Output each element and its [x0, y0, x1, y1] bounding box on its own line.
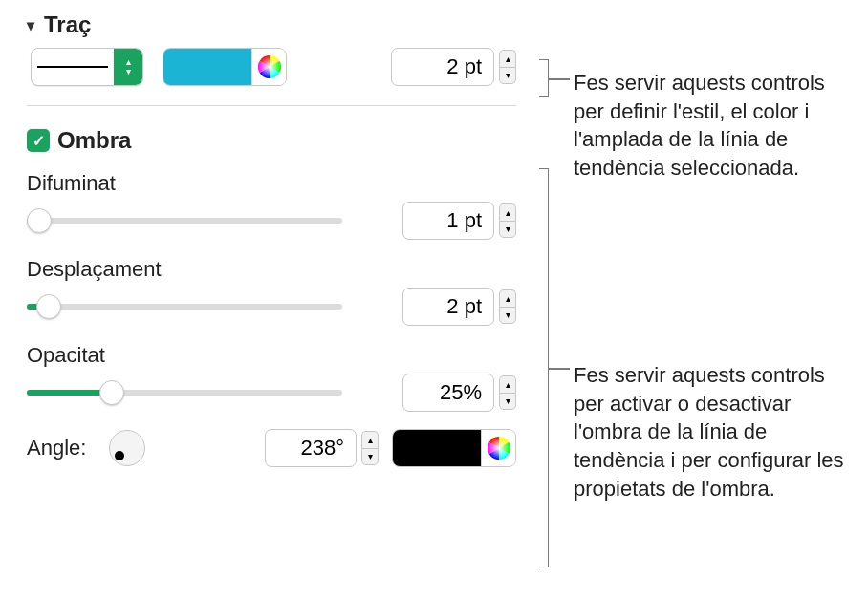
- blur-slider[interactable]: [27, 209, 342, 232]
- callout-connector: [549, 78, 570, 80]
- opacity-stepper: ▴ ▾: [402, 374, 516, 412]
- shadow-color-swatch[interactable]: [393, 430, 481, 466]
- stroke-title: Traç: [44, 11, 91, 38]
- stepper-up-button[interactable]: ▴: [499, 203, 516, 221]
- stroke-width-field[interactable]: [391, 48, 494, 86]
- format-inspector-panel: ▾ Traç ▴▾: [0, 0, 535, 486]
- stepper-up-button[interactable]: ▴: [499, 50, 516, 67]
- callout-bracket: [539, 59, 549, 97]
- stepper-up-button[interactable]: ▴: [499, 375, 516, 393]
- stepper-down-button[interactable]: ▾: [499, 67, 516, 84]
- stroke-section-header[interactable]: ▾ Traç: [27, 11, 516, 38]
- svg-point-1: [488, 437, 510, 460]
- angle-dial[interactable]: [109, 430, 145, 466]
- color-wheel-icon: [488, 437, 510, 460]
- color-wheel-icon: [258, 55, 281, 78]
- stepper-down-button[interactable]: ▾: [499, 393, 516, 410]
- shadow-checkbox[interactable]: ✓: [27, 129, 50, 152]
- stepper-down-button[interactable]: ▾: [499, 221, 516, 238]
- offset-label: Desplaçament: [27, 257, 516, 282]
- stepper-down-button[interactable]: ▾: [499, 307, 516, 324]
- opacity-row: ▴ ▾: [27, 374, 516, 412]
- blur-label: Difuminat: [27, 171, 516, 196]
- blur-field[interactable]: [402, 202, 494, 240]
- svg-point-0: [258, 55, 281, 78]
- stroke-width-stepper: ▴ ▾: [391, 48, 516, 86]
- stroke-color-well[interactable]: [163, 48, 287, 86]
- opacity-slider[interactable]: [27, 381, 342, 404]
- stepper-up-button[interactable]: ▴: [499, 289, 516, 307]
- divider: [27, 105, 516, 106]
- stroke-controls-row: ▴▾: [27, 48, 516, 86]
- color-picker-button[interactable]: [251, 49, 286, 85]
- shadow-callout-text: Fes servir aquests controls per activar …: [574, 361, 851, 503]
- shadow-checkbox-label: Ombra: [57, 127, 131, 154]
- shadow-checkbox-row[interactable]: ✓ Ombra: [27, 127, 516, 154]
- offset-stepper: ▴ ▾: [402, 288, 516, 326]
- color-picker-button[interactable]: [481, 430, 515, 466]
- angle-label: Angle:: [27, 436, 96, 460]
- dropdown-toggle-icon[interactable]: ▴▾: [114, 49, 142, 85]
- line-style-preview: [32, 49, 114, 85]
- callout-connector: [549, 368, 570, 370]
- offset-field[interactable]: [402, 288, 494, 326]
- offset-row: ▴ ▾: [27, 288, 516, 326]
- stepper-up-button[interactable]: ▴: [361, 431, 379, 448]
- angle-field[interactable]: [265, 429, 357, 467]
- opacity-label: Opacitat: [27, 343, 516, 368]
- offset-slider[interactable]: [27, 295, 342, 318]
- opacity-field[interactable]: [402, 374, 494, 412]
- shadow-color-well[interactable]: [392, 429, 516, 467]
- chevron-down-icon: ▾: [27, 16, 34, 34]
- stroke-style-popup[interactable]: ▴▾: [31, 48, 143, 86]
- angle-stepper: ▴ ▾: [265, 429, 379, 467]
- stroke-color-swatch[interactable]: [163, 49, 251, 85]
- stepper-down-button[interactable]: ▾: [361, 448, 379, 465]
- callout-bracket: [539, 168, 549, 567]
- angle-row: Angle: ▴ ▾: [27, 429, 516, 467]
- stroke-callout-text: Fes servir aquests controls per definir …: [574, 69, 851, 182]
- blur-row: ▴ ▾: [27, 202, 516, 240]
- blur-stepper: ▴ ▾: [402, 202, 516, 240]
